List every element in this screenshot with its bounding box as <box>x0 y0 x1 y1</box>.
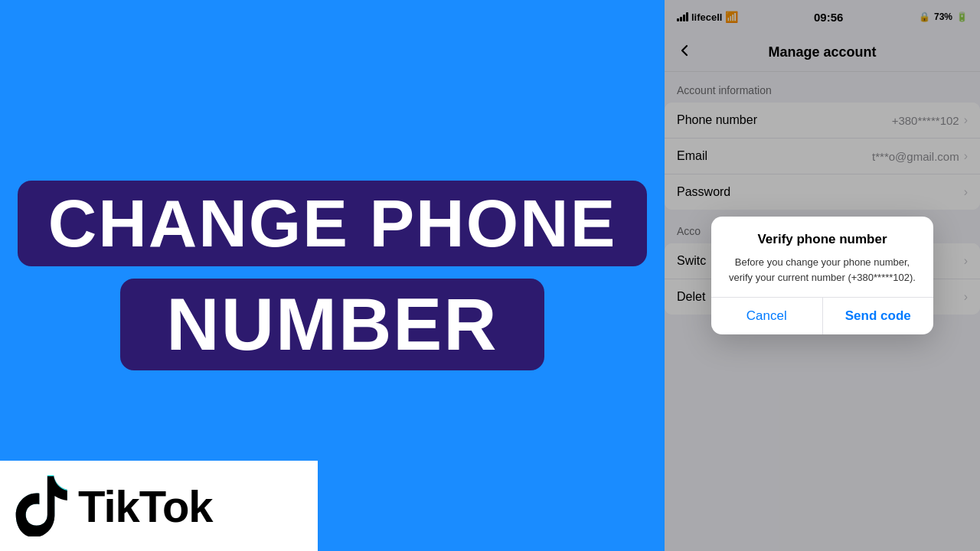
modal-message: Before you change your phone number, ver… <box>727 255 918 285</box>
title-text-line1: CHANGE PHONE <box>48 185 617 261</box>
modal-overlay: Verify phone number Before you change yo… <box>665 0 980 551</box>
title-line-2: NUMBER <box>120 279 544 370</box>
title-block: CHANGE PHONE NUMBER <box>18 181 648 370</box>
tiktok-name: TikTok <box>78 481 213 532</box>
verify-phone-modal: Verify phone number Before you change yo… <box>711 217 933 334</box>
title-text-line2: NUMBER <box>166 283 498 365</box>
left-panel: CHANGE PHONE NUMBER TikTok <box>0 0 665 551</box>
right-panel: lifecell 📶 09:56 🔒 73% 🔋 Manage account … <box>665 0 980 551</box>
modal-actions: Cancel Send code <box>711 297 933 334</box>
tiktok-logo: TikTok <box>0 461 318 551</box>
modal-title: Verify phone number <box>727 232 918 247</box>
send-code-button[interactable]: Send code <box>823 298 934 334</box>
cancel-button[interactable]: Cancel <box>711 298 823 334</box>
title-line-1: CHANGE PHONE <box>18 181 648 266</box>
modal-body: Verify phone number Before you change yo… <box>711 217 933 297</box>
tiktok-icon <box>15 475 70 536</box>
